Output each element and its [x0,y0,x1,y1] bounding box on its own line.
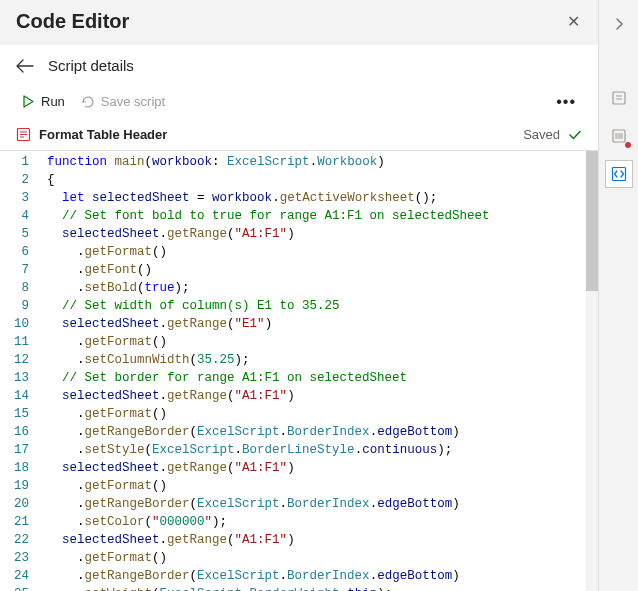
line-number-gutter: 1234567891011121314151617181920212223242… [0,151,39,591]
close-icon[interactable]: ✕ [563,8,584,35]
saved-status-label: Saved [523,127,560,142]
side-rail [598,0,638,591]
breadcrumb: Script details [48,57,134,74]
code-content[interactable]: function main(workbook: ExcelScript.Work… [39,151,598,591]
script-name: Format Table Header [39,127,515,142]
rail-record-icon[interactable] [605,122,633,150]
rail-code-editor-icon[interactable] [605,160,633,188]
expand-pane-icon[interactable] [605,10,633,38]
breadcrumb-row: Script details [0,45,598,84]
script-title-row: Format Table Header Saved [0,121,598,150]
run-button-label: Run [41,94,65,109]
back-arrow-icon[interactable] [16,59,34,73]
scroll-thumb[interactable] [586,151,598,291]
more-options-button[interactable]: ••• [550,91,582,113]
checkmark-icon [568,128,582,142]
toolbar: Run Save script ••• [0,84,598,121]
run-button[interactable]: Run [16,90,71,113]
save-script-label: Save script [101,94,165,109]
page-title: Code Editor [16,10,582,33]
save-script-button: Save script [75,90,171,113]
header-bar: Code Editor ✕ [0,0,598,45]
rail-doc-icon[interactable] [605,84,633,112]
save-icon [81,95,95,109]
play-icon [22,95,35,108]
vertical-scrollbar[interactable] [586,151,598,591]
code-editor-area[interactable]: 1234567891011121314151617181920212223242… [0,150,598,591]
svg-rect-1 [613,92,625,104]
editor-panel: Code Editor ✕ Script details Run Save sc… [0,0,598,591]
script-file-icon [16,127,31,142]
